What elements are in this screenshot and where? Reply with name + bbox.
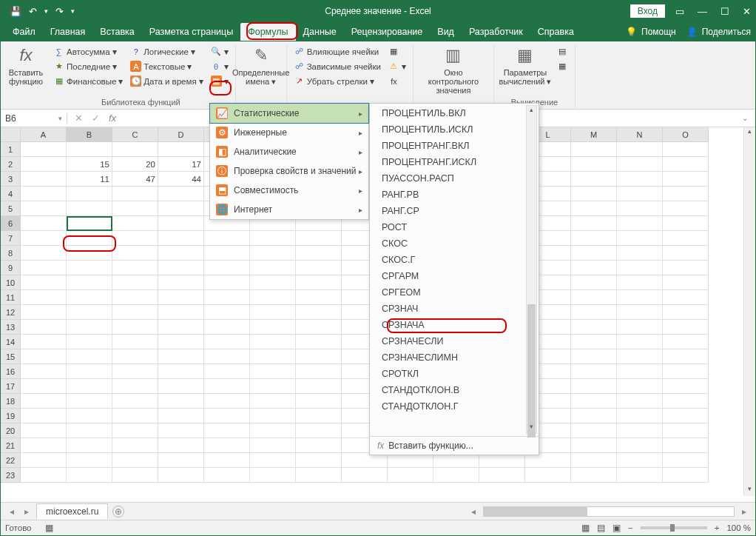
cell[interactable] [617, 216, 663, 231]
cell[interactable] [250, 335, 296, 349]
insert-function-button[interactable]: fx Вставитьфункцию [5, 44, 47, 87]
cell[interactable] [204, 394, 250, 409]
cell[interactable] [296, 379, 342, 394]
cell[interactable] [112, 201, 158, 216]
cell[interactable] [571, 320, 617, 335]
cell[interactable] [296, 423, 342, 438]
view-normal-icon[interactable]: ▦ [581, 523, 590, 533]
row-header[interactable]: 18 [1, 394, 21, 409]
cell[interactable] [663, 246, 709, 261]
cell[interactable] [112, 187, 158, 201]
cell[interactable] [112, 305, 158, 320]
cell[interactable] [158, 290, 204, 305]
row-header[interactable]: 9 [1, 261, 21, 275]
cell[interactable] [296, 335, 342, 349]
cell[interactable] [296, 438, 342, 453]
cell[interactable] [388, 453, 433, 468]
cell[interactable] [204, 290, 250, 305]
column-header[interactable]: D [158, 127, 204, 142]
cell[interactable] [663, 172, 709, 187]
row-header[interactable]: 22 [1, 453, 21, 468]
cell[interactable] [663, 187, 709, 201]
cell[interactable] [571, 201, 617, 216]
function-item[interactable]: ПРОЦЕНТИЛЬ.ИСКЛ [370, 121, 539, 138]
tab-formulas[interactable]: Формулы [240, 23, 295, 41]
add-sheet-button[interactable]: ⊕ [112, 506, 124, 517]
cell[interactable] [663, 201, 709, 216]
cell[interactable] [204, 379, 250, 394]
cell[interactable] [663, 453, 709, 468]
ribbon-options-icon[interactable]: ▭ [675, 6, 684, 17]
sheet-nav-next[interactable]: ▸ [21, 506, 32, 517]
cell[interactable] [158, 409, 204, 423]
cell[interactable] [296, 305, 342, 320]
cell[interactable] [21, 231, 67, 246]
cell[interactable] [67, 379, 112, 394]
text-button[interactable]: AТекстовые ▾ [128, 59, 205, 73]
insert-function-row[interactable]: fx Вставить функцию... [370, 436, 539, 455]
cell[interactable] [250, 275, 296, 290]
cell[interactable] [67, 216, 112, 231]
cell[interactable] [296, 364, 342, 379]
cell[interactable] [296, 275, 342, 290]
trace-dependents-button[interactable]: ☍Зависимые ячейки [291, 59, 383, 73]
function-item[interactable]: СРЗНАЧЕСЛИ [370, 333, 539, 349]
cell[interactable] [571, 349, 617, 364]
cell[interactable] [158, 275, 204, 290]
cell[interactable] [21, 172, 67, 187]
error-check-button[interactable]: ⚠▾ [386, 59, 408, 73]
cell[interactable] [296, 409, 342, 423]
zoom-slider[interactable] [641, 526, 707, 529]
row-header[interactable]: 20 [1, 423, 21, 438]
cell[interactable] [571, 423, 617, 438]
cell[interactable] [571, 335, 617, 349]
cell[interactable] [571, 261, 617, 275]
watch-window-button[interactable]: ▥ Окно контрольногозначения [418, 44, 489, 96]
row-header[interactable]: 13 [1, 320, 21, 335]
cell[interactable] [21, 379, 67, 394]
maximize-icon[interactable]: ☐ [720, 6, 729, 17]
cell[interactable] [663, 216, 709, 231]
cell[interactable] [250, 468, 296, 483]
cell[interactable] [617, 320, 663, 335]
cell[interactable] [21, 453, 67, 468]
tab-help[interactable]: Справка [530, 23, 581, 41]
cell[interactable] [21, 305, 67, 320]
function-item[interactable]: СРГАРМ [370, 268, 539, 284]
cell[interactable]: 20 [112, 157, 158, 172]
share-label[interactable]: Поделиться [702, 27, 751, 37]
expand-bar-icon[interactable]: ⌄ [742, 114, 748, 122]
cell[interactable] [296, 349, 342, 364]
qat-customize[interactable]: ▾ [71, 7, 75, 15]
cell[interactable] [617, 468, 663, 483]
cell[interactable] [112, 453, 158, 468]
view-break-icon[interactable]: ▣ [612, 523, 621, 533]
cell[interactable] [67, 246, 112, 261]
cell[interactable] [112, 335, 158, 349]
cell[interactable] [112, 468, 158, 483]
undo-icon[interactable]: ↶ [29, 6, 37, 17]
row-header[interactable]: 11 [1, 290, 21, 305]
cell[interactable] [571, 187, 617, 201]
cell[interactable] [67, 290, 112, 305]
row-header[interactable]: 2 [1, 157, 21, 172]
column-header[interactable]: B [67, 127, 112, 142]
cell[interactable] [571, 468, 617, 483]
cell[interactable] [21, 394, 67, 409]
cell[interactable] [67, 394, 112, 409]
cell[interactable] [296, 246, 342, 261]
cell[interactable] [571, 216, 617, 231]
cell[interactable] [204, 438, 250, 453]
tab-page-layout[interactable]: Разметка страницы [142, 23, 240, 41]
cell[interactable] [204, 275, 250, 290]
function-item[interactable]: СРОТКЛ [370, 366, 539, 382]
cell[interactable] [158, 305, 204, 320]
cell[interactable] [204, 261, 250, 275]
row-header[interactable]: 17 [1, 379, 21, 394]
row-header[interactable]: 10 [1, 275, 21, 290]
cell[interactable] [21, 275, 67, 290]
cell[interactable] [204, 468, 250, 483]
cell[interactable] [67, 187, 112, 201]
row-header[interactable]: 16 [1, 364, 21, 379]
cell[interactable] [21, 216, 67, 231]
